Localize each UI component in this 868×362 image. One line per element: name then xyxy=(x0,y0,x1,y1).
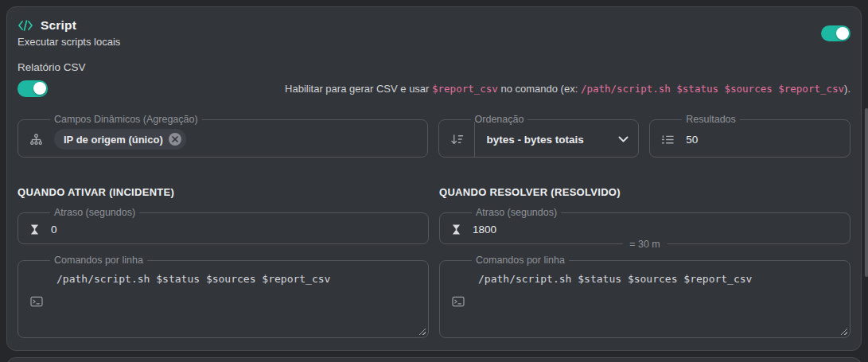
incident-commands-legend: Comandos por linha xyxy=(50,255,147,266)
misspelled-word: sources xyxy=(212,273,256,285)
results-legend: Resultados xyxy=(682,114,740,125)
resolved-commands-textarea[interactable]: /path/script.sh $status $sources $report… xyxy=(440,266,850,337)
misspelled-word: path xyxy=(485,273,509,285)
page-title: Script xyxy=(41,18,76,33)
hierarchy-icon xyxy=(29,133,43,146)
code-icon xyxy=(18,18,33,33)
misspelled-word: path xyxy=(63,273,88,285)
misspelled-word: script.sh xyxy=(94,273,150,285)
aggregation-field[interactable]: Campos Dinâmicos (Agregação) xyxy=(18,114,428,158)
incident-delay-field[interactable]: Atraso (segundos) 0 xyxy=(18,207,429,244)
ordering-field: Ordenação bytes - bytes totais xyxy=(438,114,640,158)
misspelled-word: csv xyxy=(312,273,330,285)
hourglass-icon xyxy=(29,224,40,235)
misspelled-word: script.sh xyxy=(516,273,571,285)
misspelled-word: sources xyxy=(634,273,678,285)
incident-delay-input[interactable]: 0 xyxy=(51,224,57,235)
aggregation-legend: Campos Dinâmicos (Agregação) xyxy=(50,114,202,125)
terminal-icon xyxy=(30,296,43,307)
results-input[interactable]: 50 xyxy=(686,134,698,146)
script-settings-card: Script Executar scripts locais Relatório… xyxy=(6,6,862,351)
sort-descending-icon xyxy=(450,133,464,146)
csv-hint: Habilitar para gerar CSV e usar $report_… xyxy=(285,83,850,95)
resolved-heading: QUANDO RESOLVER (RESOLVIDO) xyxy=(439,186,850,198)
results-field[interactable]: Resultados 50 xyxy=(649,114,850,158)
command-line: /path/script.sh $status $sources $report… xyxy=(56,273,417,285)
incident-heading: QUANDO ATIVAR (INCIDENTE) xyxy=(18,186,429,198)
incident-section: QUANDO ATIVAR (INCIDENTE) Atraso (segund… xyxy=(18,186,429,338)
ordered-list-icon xyxy=(661,134,675,146)
ordering-value: bytes - bytes totais xyxy=(487,134,584,146)
aggregation-chip[interactable]: IP de origem (único) xyxy=(54,129,186,150)
chip-remove-icon[interactable] xyxy=(169,133,181,146)
resize-handle[interactable] xyxy=(418,327,426,335)
resolved-commands-legend: Comandos por linha xyxy=(472,255,569,266)
aggregation-chip-label: IP de origem (único) xyxy=(64,134,163,146)
chevron-down-icon xyxy=(618,136,629,142)
csv-report-label: Relatório CSV xyxy=(18,61,850,73)
terminal-icon xyxy=(452,296,465,307)
next-card-top-edge xyxy=(6,357,862,362)
delay-conversion-note: = 30 m xyxy=(622,239,668,250)
code-snippet: /path/script.sh $status $sources $report… xyxy=(581,83,844,95)
incident-commands-field: Comandos por linha /path/script.sh $stat… xyxy=(18,255,429,338)
ordering-select[interactable]: bytes - bytes totais xyxy=(475,134,629,146)
csv-report-toggle[interactable] xyxy=(18,80,48,97)
resolved-delay-input[interactable]: 1800 xyxy=(473,224,496,235)
resolved-commands-field: Comandos por linha /path/script.sh $stat… xyxy=(439,255,850,338)
incident-delay-legend: Atraso (segundos) xyxy=(50,207,139,218)
resolved-delay-field[interactable]: Atraso (segundos) 1800 = 30 m xyxy=(439,207,850,244)
resolved-delay-legend: Atraso (segundos) xyxy=(472,207,561,218)
page-subtitle: Executar scripts locais xyxy=(18,36,120,48)
ordering-legend: Ordenação xyxy=(471,114,528,125)
code-snippet: $report_csv xyxy=(432,83,498,95)
card-header: Script Executar scripts locais xyxy=(18,18,850,48)
resolved-section: QUANDO RESOLVER (RESOLVIDO) Atraso (segu… xyxy=(439,186,850,338)
scrollbar-thumb[interactable] xyxy=(865,108,868,277)
script-toggle[interactable] xyxy=(821,25,850,41)
misspelled-word: csv xyxy=(734,273,752,285)
hourglass-icon xyxy=(451,224,461,235)
resize-handle[interactable] xyxy=(839,327,847,335)
command-line: /path/script.sh $status $sources $report… xyxy=(478,273,839,285)
incident-commands-textarea[interactable]: /path/script.sh $status $sources $report… xyxy=(18,266,428,337)
